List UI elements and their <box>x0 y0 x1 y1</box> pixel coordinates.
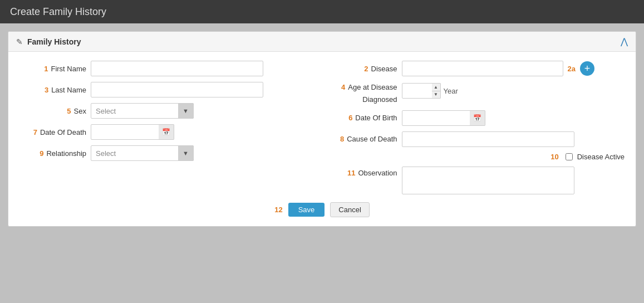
num6: 6 <box>348 114 352 122</box>
card: ✎ Family History ⋀ 1 First Name <box>8 31 636 227</box>
spinner-btns: ▲ ▼ <box>432 83 441 99</box>
dateofdeath-wrapper: 📅 <box>91 124 174 140</box>
field-row-causeofdeath: 8 Cause of Death <box>331 131 625 147</box>
field-row-relationship: 9 Relationship Select Parent Sibling Chi… <box>19 145 314 161</box>
field-row-agediagnosed: 4 Age at Disease Diagnosed ▲ ▼ <box>331 83 625 105</box>
disease-active-checkbox[interactable] <box>566 153 573 160</box>
label-dateofdeath: 7 Date Of Death <box>19 128 86 136</box>
label-text-firstname: First Name <box>51 65 86 73</box>
sex-select[interactable]: Select Male Female <box>91 103 194 119</box>
dob-wrapper: 📅 <box>402 110 485 126</box>
card-title: Family History <box>27 37 81 46</box>
field-row-observation: 11 Observation <box>331 167 625 194</box>
year-label: Year <box>444 87 458 95</box>
label-firstname: 1 First Name <box>19 65 86 73</box>
label-text-sex: Sex <box>74 107 86 115</box>
label-sex: 5 Sex <box>19 107 86 115</box>
label-observation: 11 Observation <box>331 167 397 177</box>
field-row-lastname: 3 Last Name <box>19 82 314 97</box>
label-relationship: 9 Relationship <box>19 149 86 158</box>
label-disease: 2 Disease <box>331 65 397 73</box>
num7: 7 <box>33 128 37 136</box>
num3: 3 <box>45 86 48 94</box>
num2a: 2a <box>568 65 576 73</box>
card-header-left: ✎ Family History <box>16 37 81 46</box>
dob-cal-icon[interactable]: 📅 <box>470 110 485 126</box>
disease-input[interactable] <box>402 61 563 76</box>
num4: 4 <box>341 83 345 92</box>
label-text-relationship: Relationship <box>46 149 86 158</box>
spinner-wrapper: ▲ ▼ <box>402 83 441 99</box>
edit-icon: ✎ <box>16 37 23 46</box>
num8: 8 <box>340 135 344 143</box>
num12: 12 <box>274 206 282 214</box>
label-text-age1: Age at Disease <box>348 83 397 92</box>
left-col: 1 First Name 3 Last Name <box>19 61 314 194</box>
label-text-disease: Disease <box>371 65 397 73</box>
label-text-dob: Date Of Birth <box>355 114 397 122</box>
label-text-dateofdeath: Date Of Death <box>40 128 86 136</box>
firstname-input[interactable] <box>91 61 263 76</box>
field-row-sex: 5 Sex Select Male Female ▼ <box>19 103 314 119</box>
spin-down-button[interactable]: ▼ <box>432 91 440 99</box>
field-row-diseaseactive: 10 Disease Active <box>331 153 625 161</box>
dateofdeath-cal-icon[interactable]: 📅 <box>159 124 174 140</box>
label-text-observation: Observation <box>358 169 397 177</box>
num9: 9 <box>40 149 43 158</box>
label-causeofdeath: 8 Cause of Death <box>331 135 397 143</box>
sex-select-wrapper: Select Male Female ▼ <box>91 103 194 119</box>
num2: 2 <box>364 65 368 73</box>
form-grid: 1 First Name 3 Last Name <box>19 61 625 194</box>
footer-row: 12 Save Cancel <box>19 202 625 219</box>
label-lastname: 3 Last Name <box>19 86 86 94</box>
save-button[interactable]: Save <box>288 203 325 217</box>
label-text-lastname: Last Name <box>51 86 86 94</box>
num10: 10 <box>550 153 558 161</box>
num1: 1 <box>44 65 48 73</box>
field-row-dob: 6 Date Of Birth 📅 <box>331 110 625 126</box>
causeofdeath-input[interactable] <box>402 131 574 147</box>
card-header: ✎ Family History ⋀ <box>8 32 636 52</box>
relationship-select[interactable]: Select Parent Sibling Child <box>91 145 194 161</box>
observation-textarea[interactable] <box>402 167 574 194</box>
collapse-icon[interactable]: ⋀ <box>621 36 628 47</box>
right-col: 2 Disease 2a + 4 <box>331 61 625 194</box>
label-text-causeofdeath: Cause of Death <box>347 135 397 143</box>
num5: 5 <box>67 107 71 115</box>
page-title: Create Family History <box>10 6 106 18</box>
label-text-age2: Diagnosed <box>362 95 397 105</box>
label-text-diseaseactive: Disease Active <box>577 153 625 161</box>
spin-up-button[interactable]: ▲ <box>432 84 440 91</box>
label-agediagnosed: 4 Age at Disease Diagnosed <box>331 83 397 105</box>
title-bar: Create Family History <box>0 0 644 23</box>
cancel-button[interactable]: Cancel <box>330 202 369 217</box>
card-body: 1 First Name 3 Last Name <box>8 52 636 226</box>
field-row-dateofdeath: 7 Date Of Death 📅 <box>19 124 314 140</box>
age-diagnosed-wrapper: ▲ ▼ Year <box>402 83 458 99</box>
field-row-disease: 2 Disease 2a + <box>331 61 625 76</box>
field-row-firstname: 1 First Name <box>19 61 314 76</box>
label-2a: 2a <box>568 65 576 73</box>
add-disease-button[interactable]: + <box>580 61 594 76</box>
num11: 11 <box>347 169 355 177</box>
relationship-select-wrapper: Select Parent Sibling Child ▼ <box>91 145 194 161</box>
label-dob: 6 Date Of Birth <box>331 114 397 122</box>
outer-wrapper: ✎ Family History ⋀ 1 First Name <box>0 23 644 303</box>
lastname-input[interactable] <box>91 82 263 97</box>
